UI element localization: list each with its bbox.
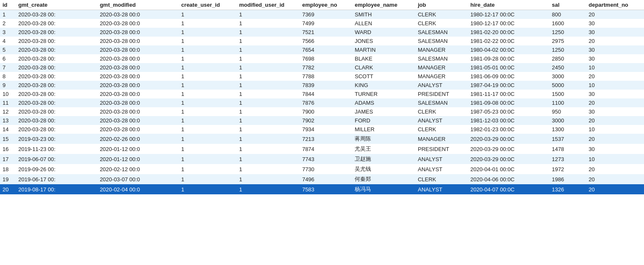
cell-sal: 2850 (549, 54, 586, 63)
cell-employee_no: 7499 (299, 19, 352, 28)
col-header-employee_no[interactable]: employee_no (299, 0, 352, 10)
table-row[interactable]: 82020-03-28 00:2020-03-28 00:0117788SCOT… (0, 72, 644, 81)
col-header-gmt_create[interactable]: gmt_create (16, 0, 97, 10)
table-row[interactable]: 142020-03-28 00:2020-03-28 00:0117934MIL… (0, 125, 644, 134)
table-row[interactable]: 72020-03-28 00:2020-03-28 00:0117782CLAR… (0, 63, 644, 72)
cell-modified_user_id: 1 (237, 98, 300, 107)
cell-sal: 1100 (549, 98, 586, 107)
cell-department_no: 20 (586, 72, 644, 81)
cell-id: 19 (0, 174, 16, 184)
cell-modified_user_id: 1 (237, 125, 300, 134)
cell-job: CLERK (415, 19, 468, 28)
cell-employee_name: 卫赵施 (352, 154, 415, 164)
table-row[interactable]: 132020-03-28 00:2020-03-28 00:0117902FOR… (0, 116, 644, 125)
cell-gmt_modified: 2020-02-04 00:0 (97, 184, 179, 194)
cell-employee_name: 何秦郑 (352, 174, 415, 184)
table-row[interactable]: 172019-06-07 00:2020-01-12 00:0117743卫赵施… (0, 154, 644, 164)
cell-sal: 1500 (549, 90, 586, 98)
table-row[interactable]: 122020-03-28 00:2020-03-28 00:0117900JAM… (0, 107, 644, 116)
cell-id: 6 (0, 54, 16, 63)
table-row[interactable]: 112020-03-28 00:2020-03-28 00:0117876ADA… (0, 98, 644, 107)
cell-create_user_id: 1 (179, 184, 236, 194)
col-header-employee_name[interactable]: employee_name (352, 0, 415, 10)
cell-sal: 1300 (549, 125, 586, 134)
cell-department_no: 10 (586, 125, 644, 134)
cell-gmt_modified: 2020-03-28 00:0 (97, 10, 179, 19)
cell-id: 18 (0, 164, 16, 174)
cell-modified_user_id: 1 (237, 174, 300, 184)
col-header-department_no[interactable]: department_no (586, 0, 644, 10)
cell-create_user_id: 1 (179, 37, 236, 45)
cell-hire_date: 1982-01-23 00:0C (468, 125, 549, 134)
col-header-gmt_modified[interactable]: gmt_modified (97, 0, 179, 10)
cell-hire_date: 1981-02-20 00:0C (468, 28, 549, 37)
col-header-create_user_id[interactable]: create_user_id (179, 0, 236, 10)
cell-department_no: 30 (586, 28, 644, 37)
table-row[interactable]: 162019-11-23 00:2020-01-12 00:0117874尤吴王… (0, 144, 644, 154)
table-row[interactable]: 192019-06-17 00:2020-03-07 00:0117496何秦郑… (0, 174, 644, 184)
table-row[interactable]: 202019-08-17 00:2020-02-04 00:0117583杨冯马… (0, 184, 644, 194)
table-row[interactable]: 182019-09-26 00:2020-02-12 00:0117730吴尤钱… (0, 164, 644, 174)
cell-modified_user_id: 1 (237, 19, 300, 28)
cell-gmt_modified: 2020-02-12 00:0 (97, 164, 179, 174)
cell-gmt_create: 2019-06-07 00: (16, 154, 97, 164)
cell-gmt_create: 2019-08-17 00: (16, 184, 97, 194)
cell-employee_name: JAMES (352, 107, 415, 116)
table-row[interactable]: 92020-03-28 00:2020-03-28 00:0117839KING… (0, 81, 644, 90)
cell-modified_user_id: 1 (237, 28, 300, 37)
cell-create_user_id: 1 (179, 174, 236, 184)
col-header-id[interactable]: id (0, 0, 16, 10)
cell-gmt_modified: 2020-03-28 00:0 (97, 81, 179, 90)
cell-department_no: 20 (586, 116, 644, 125)
table-row[interactable]: 22020-03-28 00:2020-03-28 00:0117499ALLE… (0, 19, 644, 28)
cell-gmt_create: 2019-09-26 00: (16, 164, 97, 174)
table-row[interactable]: 62020-03-28 00:2020-03-28 00:0117698BLAK… (0, 54, 644, 63)
cell-id: 11 (0, 98, 16, 107)
cell-gmt_create: 2020-03-28 00: (16, 90, 97, 98)
cell-employee_name: MILLER (352, 125, 415, 134)
table-row[interactable]: 42020-03-28 00:2020-03-28 00:0117566JONE… (0, 37, 644, 45)
table-row[interactable]: 12020-03-28 00:2020-03-28 00:0117369SMIT… (0, 10, 644, 19)
data-table: idgmt_creategmt_modifiedcreate_user_idmo… (0, 0, 644, 194)
cell-department_no: 10 (586, 81, 644, 90)
col-header-hire_date[interactable]: hire_date (468, 0, 549, 10)
col-header-job[interactable]: job (415, 0, 468, 10)
cell-employee_no: 7583 (299, 184, 352, 194)
cell-employee_no: 7876 (299, 98, 352, 107)
cell-create_user_id: 1 (179, 154, 236, 164)
table-row[interactable]: 102020-03-28 00:2020-03-28 00:0117844TUR… (0, 90, 644, 98)
cell-modified_user_id: 1 (237, 10, 300, 19)
cell-sal: 3000 (549, 72, 586, 81)
cell-modified_user_id: 1 (237, 164, 300, 174)
cell-employee_name: KING (352, 81, 415, 90)
table-row[interactable]: 52020-03-28 00:2020-03-28 00:0117654MART… (0, 45, 644, 54)
cell-hire_date: 1981-09-28 00:0C (468, 54, 549, 63)
table-row[interactable]: 152019-03-23 00:2020-02-26 00:0117213蒋周陈… (0, 134, 644, 144)
cell-create_user_id: 1 (179, 45, 236, 54)
cell-hire_date: 1981-06-09 00:0C (468, 72, 549, 81)
cell-sal: 3000 (549, 116, 586, 125)
cell-modified_user_id: 1 (237, 116, 300, 125)
cell-create_user_id: 1 (179, 72, 236, 81)
col-header-sal[interactable]: sal (549, 0, 586, 10)
cell-department_no: 20 (586, 37, 644, 45)
cell-employee_no: 7566 (299, 37, 352, 45)
cell-hire_date: 1981-05-01 00:0C (468, 63, 549, 72)
cell-job: CLERK (415, 174, 468, 184)
cell-id: 16 (0, 144, 16, 154)
cell-id: 8 (0, 72, 16, 81)
cell-employee_no: 7934 (299, 125, 352, 134)
cell-hire_date: 1980-12-17 00:0C (468, 10, 549, 19)
cell-employee_no: 7788 (299, 72, 352, 81)
table-row[interactable]: 32020-03-28 00:2020-03-28 00:0117521WARD… (0, 28, 644, 37)
cell-gmt_create: 2020-03-28 00: (16, 19, 97, 28)
cell-create_user_id: 1 (179, 10, 236, 19)
cell-department_no: 10 (586, 154, 644, 164)
cell-sal: 1986 (549, 174, 586, 184)
cell-create_user_id: 1 (179, 116, 236, 125)
cell-job: CLERK (415, 107, 468, 116)
cell-job: MANAGER (415, 63, 468, 72)
data-table-container: idgmt_creategmt_modifiedcreate_user_idmo… (0, 0, 644, 194)
cell-employee_no: 7213 (299, 134, 352, 144)
col-header-modified_user_id[interactable]: modified_user_id (237, 0, 300, 10)
